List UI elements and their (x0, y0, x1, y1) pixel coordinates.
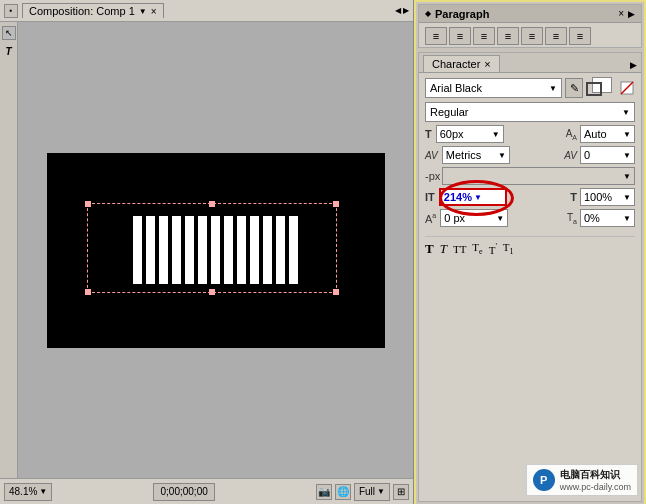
leading-arrow: ▼ (623, 130, 631, 139)
comp-header-arrows: ◀ ▶ (395, 6, 409, 15)
baseline-percent-value: 0% (584, 212, 600, 224)
comp-tab-close[interactable]: × (151, 6, 157, 17)
baseline-percent-field[interactable]: 0% ▼ (580, 209, 635, 227)
tracking-field[interactable]: Metrics ▼ (442, 146, 510, 164)
tsub-icon: Ta (567, 212, 577, 225)
tracking-icon: AV (425, 150, 438, 161)
typo-bold-btn[interactable]: T (425, 241, 434, 257)
resolution-arrow: ▼ (377, 487, 385, 496)
kerning-field[interactable]: 0 ▼ (580, 146, 635, 164)
size-leading-row: T 60px ▼ AA Auto ▼ (425, 125, 635, 143)
tool-select[interactable]: ↖ (2, 26, 16, 40)
watermark: P 电脑百科知识 www.pc-daily.com (526, 464, 638, 496)
typo-sub-btn[interactable]: T1 (503, 241, 514, 256)
paragraph-align-row1: ≡ ≡ ≡ ≡ ≡ ≡ ≡ (425, 27, 635, 45)
watermark-text: 电脑百科知识 www.pc-daily.com (560, 468, 631, 492)
typo-super-btn[interactable]: T' (489, 242, 497, 256)
comp-tab[interactable]: Composition: Comp 1 ▼ × (22, 3, 164, 18)
baseline-value: 0 px (444, 212, 465, 224)
leading-icon: AA (566, 128, 577, 141)
align-left-btn[interactable]: ≡ (425, 27, 447, 45)
font-dropdown[interactable]: Arial Black ▼ (425, 78, 562, 98)
zoom-value: 48.1% (9, 486, 37, 497)
character-tab-close[interactable]: × (484, 58, 490, 70)
composition-panel: ▪ Composition: Comp 1 ▼ × ◀ ▶ ↖ T (0, 0, 414, 504)
eyedropper-btn[interactable]: ✎ (565, 78, 583, 98)
vscale-percent-value: 100% (584, 191, 612, 203)
vscale-T-icon: T (570, 191, 577, 203)
tracking-row: AV Metrics ▼ AV 0 ▼ (425, 146, 635, 164)
right-panels: ◆ Paragraph × ▶ ≡ ≡ ≡ ≡ ≡ (414, 0, 646, 504)
font-size-field[interactable]: 60px ▼ (436, 125, 504, 143)
kerning-arrow: ▼ (623, 151, 631, 160)
font-style-row: Regular ▼ (425, 102, 635, 122)
hscale-T-icon: IT (425, 191, 435, 203)
font-style-value: Regular (430, 106, 469, 118)
leading-field[interactable]: Auto ▼ (580, 125, 635, 143)
tracking-value: Metrics (446, 149, 481, 161)
size-T-icon: T (425, 128, 432, 140)
typography-row: T T TT Te T' T1 (425, 236, 635, 257)
hscale-row: -px ▼ (425, 167, 635, 185)
character-tab[interactable]: Character × (423, 55, 500, 72)
paragraph-header-right: × ▶ (618, 8, 635, 19)
resolution-value: Full (359, 486, 375, 497)
watermark-line2: www.pc-daily.com (560, 482, 631, 492)
canvas-area (18, 22, 413, 478)
font-name-row: Arial Black ▼ ✎ (425, 77, 635, 99)
align-right-btn[interactable]: ≡ (473, 27, 495, 45)
character-content: Arial Black ▼ ✎ (419, 73, 641, 261)
resolution-btn[interactable]: Full ▼ (354, 483, 390, 501)
globe-icon[interactable]: 🌐 (335, 484, 351, 500)
comp-tab-dropdown[interactable]: ▼ (139, 7, 147, 16)
kerning-value: 0 (584, 149, 590, 161)
baseline-icon: Aa (425, 212, 436, 225)
hscale-percent-field[interactable]: 214% ▼ (439, 188, 507, 206)
camera-icon[interactable]: 📷 (316, 484, 332, 500)
watermark-icon: P (533, 469, 555, 491)
vscale-percent-field[interactable]: 100% ▼ (580, 188, 635, 206)
no-style-icon (619, 80, 635, 96)
paragraph-close[interactable]: × (618, 8, 624, 19)
auto-label: Auto (584, 128, 607, 140)
baseline-arrow: ▼ (496, 214, 504, 223)
baseline-row: Aa 0 px ▼ Ta 0% ▼ (425, 209, 635, 227)
tracking-arrow: ▼ (498, 151, 506, 160)
hscale-percent-arrow: ▼ (474, 193, 482, 202)
zoom-btn[interactable]: 48.1% ▼ (4, 483, 52, 501)
canvas-inner (47, 153, 385, 348)
hscale-dropdown[interactable]: ▼ (442, 167, 635, 185)
stroke-swatch[interactable] (586, 82, 602, 96)
typo-caps-btn[interactable]: TT (453, 243, 466, 255)
grid-icon[interactable]: ⊞ (393, 484, 409, 500)
kerning-icon: AV (564, 150, 577, 161)
timecode-value: 0;00;00;00 (160, 486, 207, 497)
style-dropdown-arrow: ▼ (622, 108, 630, 117)
style-dropdown[interactable]: Regular ▼ (425, 102, 635, 122)
align-center-btn[interactable]: ≡ (449, 27, 471, 45)
tool-text[interactable]: T (2, 44, 16, 58)
character-panel-menu[interactable]: ▶ (630, 60, 637, 72)
tools-sidebar: ↖ T (0, 22, 18, 478)
font-size-arrow: ▼ (492, 130, 500, 139)
hscale-percent-value: 214% (444, 191, 472, 203)
comp-tab-label: Composition: Comp 1 (29, 5, 135, 17)
character-tab-label: Character (432, 58, 480, 70)
text-bars (133, 216, 298, 284)
color-swatches (586, 77, 616, 99)
baseline-field[interactable]: 0 px ▼ (440, 209, 508, 227)
typo-small-caps-btn[interactable]: Te (472, 241, 482, 256)
justify-center-btn[interactable]: ≡ (521, 27, 543, 45)
typo-italic-btn[interactable]: T (440, 241, 447, 257)
paragraph-header: ◆ Paragraph × ▶ (419, 5, 641, 23)
justify-left-btn[interactable]: ≡ (497, 27, 519, 45)
font-name-value: Arial Black (430, 82, 482, 94)
paragraph-panel: ◆ Paragraph × ▶ ≡ ≡ ≡ ≡ ≡ (418, 4, 642, 48)
justify-all-btn[interactable]: ≡ (569, 27, 591, 45)
comp-icon: ▪ (4, 4, 18, 18)
paragraph-expand-icon: ◆ (425, 9, 431, 18)
scale-percent-row: IT 214% ▼ T 100% ▼ (425, 188, 635, 206)
justify-right-btn[interactable]: ≡ (545, 27, 567, 45)
font-dropdown-arrow: ▼ (549, 84, 557, 93)
paragraph-menu[interactable]: ▶ (628, 9, 635, 19)
